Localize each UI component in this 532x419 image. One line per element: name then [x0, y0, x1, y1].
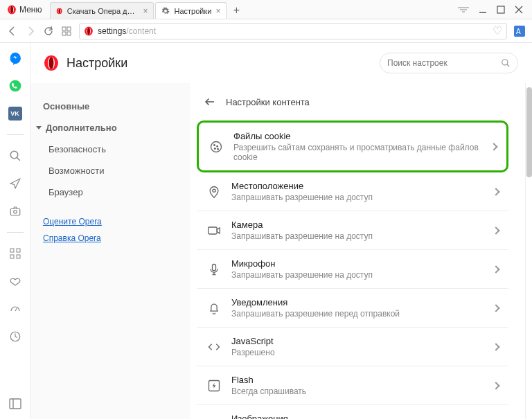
flash-icon [206, 378, 222, 393]
new-tab-button[interactable]: + [228, 2, 245, 19]
whatsapp-icon[interactable] [8, 79, 22, 93]
opera-icon [56, 7, 62, 15]
sidebar-toggle-icon[interactable] [8, 397, 22, 411]
link-rate-opera[interactable]: Оцените Opera [43, 217, 177, 226]
nav-item-security[interactable]: Безопасность [30, 139, 190, 160]
content-row-cookie[interactable]: Файлы cookieРазрешить сайтам сохранять и… [197, 121, 508, 172]
content-row-image[interactable]: ИзображенияПоказать все [197, 405, 508, 419]
maximize-button[interactable] [496, 5, 506, 15]
scrollbar-track[interactable] [525, 83, 532, 419]
vk-icon[interactable]: VK [8, 107, 22, 121]
svg-rect-7 [497, 6, 504, 13]
svg-rect-39 [213, 264, 216, 270]
opera-icon [84, 26, 94, 36]
speed-dial-icon[interactable] [8, 302, 22, 316]
menu-label: Меню [19, 5, 42, 15]
svg-point-32 [211, 141, 222, 152]
svg-line-18 [17, 157, 20, 161]
chevron-right-icon [492, 188, 499, 195]
close-icon[interactable]: × [143, 6, 148, 16]
row-title: Уведомления [231, 297, 484, 307]
svg-point-16 [9, 80, 21, 92]
app-sidebar: VK [0, 43, 30, 419]
svg-point-29 [502, 60, 508, 65]
settings-page: Настройки Основные Дополнительно Безопас… [30, 43, 532, 419]
translate-icon[interactable]: A [514, 26, 525, 37]
row-desc: Разрешить сайтам сохранять и просматрива… [233, 143, 481, 162]
url-input[interactable]: settings/content ♡ [79, 23, 507, 39]
content-row-mic[interactable]: МикрофонЗапрашивать разрешение на доступ [197, 250, 508, 289]
scrollbar-thumb[interactable] [526, 87, 532, 177]
svg-line-30 [507, 64, 510, 67]
row-desc: Запрашивать разрешение перед отправкой [231, 309, 484, 319]
svg-rect-24 [17, 255, 20, 258]
cookie-icon [209, 139, 224, 154]
nav-item-main[interactable]: Основные [30, 96, 190, 117]
settings-header: Настройки [30, 43, 532, 83]
svg-point-36 [218, 148, 219, 150]
nav-item-browser[interactable]: Браузер [30, 181, 190, 203]
content-row-bell[interactable]: УведомленияЗапрашивать разрешение перед … [197, 289, 508, 328]
browser-tabs: Скачать Опера для компь × Настройки × + [50, 0, 452, 19]
menu-button[interactable]: Меню [3, 3, 46, 16]
search-sidebar-icon[interactable] [8, 149, 22, 163]
url-text: settings/content [98, 26, 156, 36]
svg-rect-21 [10, 249, 14, 252]
close-button[interactable] [514, 5, 524, 15]
js-icon [206, 339, 222, 355]
svg-point-35 [215, 148, 216, 149]
opera-icon [43, 55, 60, 71]
link-help-opera[interactable]: Справка Opera [43, 233, 177, 243]
svg-point-17 [10, 151, 18, 159]
row-desc: Запрашивать разрешение на доступ [231, 231, 484, 241]
messenger-icon[interactable] [8, 51, 22, 65]
camera-icon [206, 223, 222, 238]
forward-button[interactable] [25, 26, 36, 37]
content-row-camera[interactable]: КамераЗапрашивать разрешение на доступ [197, 211, 508, 250]
row-title: Камера [231, 220, 484, 230]
chevron-right-icon [492, 226, 499, 234]
svg-point-20 [13, 211, 17, 214]
chevron-right-icon [492, 343, 499, 350]
tab-settings[interactable]: Настройки × [155, 2, 227, 19]
back-button[interactable] [7, 26, 18, 37]
row-desc: Запрашивать разрешение на доступ [231, 270, 484, 280]
content-row-js[interactable]: JavaScriptРазрешено [197, 328, 508, 366]
row-title: Местоположение [231, 181, 484, 191]
home-button[interactable] [61, 26, 72, 37]
nav-item-features[interactable]: Возможности [30, 160, 190, 181]
minimize-button[interactable] [478, 5, 488, 15]
content-settings-panel: Настройки контента Файлы cookieРазрешить… [190, 83, 525, 419]
svg-rect-12 [62, 32, 66, 35]
search-input[interactable] [387, 58, 501, 68]
svg-text:A: A [516, 28, 521, 35]
window-titlebar: Меню Скачать Опера для компь × Настройки… [0, 0, 532, 19]
reload-button[interactable] [43, 26, 54, 37]
mic-icon [206, 262, 222, 277]
svg-point-34 [217, 145, 218, 147]
content-row-location[interactable]: МестоположениеЗапрашивать разрешение на … [197, 172, 508, 211]
close-icon[interactable]: × [215, 6, 220, 16]
bookmark-heart-icon[interactable]: ♡ [493, 24, 502, 37]
back-arrow-icon[interactable] [204, 96, 216, 108]
nav-item-advanced[interactable]: Дополнительно [30, 117, 190, 139]
chevron-right-icon [492, 304, 499, 312]
row-title: Микрофон [231, 258, 484, 269]
bookmarks-icon[interactable] [8, 274, 22, 288]
content-row-flash[interactable]: FlashВсегда спрашивать [197, 366, 508, 405]
history-icon[interactable] [8, 330, 22, 344]
tab-download-opera[interactable]: Скачать Опера для компь × [50, 2, 154, 19]
easy-setup-icon[interactable] [457, 6, 470, 13]
settings-search[interactable] [380, 53, 518, 73]
svg-rect-38 [209, 227, 218, 234]
svg-rect-11 [67, 27, 71, 30]
settings-nav: Основные Дополнительно Безопасность Возм… [30, 83, 190, 419]
personal-news-icon[interactable] [8, 177, 22, 190]
row-title: JavaScript [231, 336, 484, 346]
extensions-icon[interactable] [8, 247, 22, 260]
chevron-right-icon [492, 382, 499, 389]
row-title: Flash [231, 375, 484, 385]
panel-title: Настройки контента [226, 97, 310, 107]
image-icon [206, 417, 222, 420]
snapshot-icon[interactable] [8, 204, 22, 218]
